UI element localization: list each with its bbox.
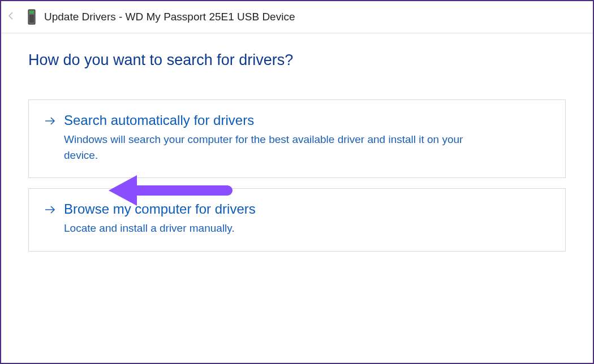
option-title: Browse my computer for drivers xyxy=(64,201,256,217)
option-search-automatically[interactable]: Search automatically for drivers Windows… xyxy=(28,99,566,178)
page-heading: How do you want to search for drivers? xyxy=(28,51,566,69)
back-arrow-icon[interactable] xyxy=(7,11,16,23)
arrow-right-icon xyxy=(44,115,56,131)
window-title: Update Drivers - WD My Passport 25E1 USB… xyxy=(44,11,295,23)
device-icon xyxy=(27,9,36,25)
option-description: Locate and install a driver manually. xyxy=(64,220,256,236)
svg-rect-1 xyxy=(29,11,34,14)
option-browse-computer[interactable]: Browse my computer for drivers Locate an… xyxy=(28,188,566,252)
svg-rect-2 xyxy=(29,15,34,23)
option-description: Windows will search your computer for th… xyxy=(64,132,483,163)
titlebar: Update Drivers - WD My Passport 25E1 USB… xyxy=(1,1,593,33)
content-area: How do you want to search for drivers? S… xyxy=(1,33,593,252)
arrow-right-icon xyxy=(44,203,56,219)
option-title: Search automatically for drivers xyxy=(64,112,483,128)
